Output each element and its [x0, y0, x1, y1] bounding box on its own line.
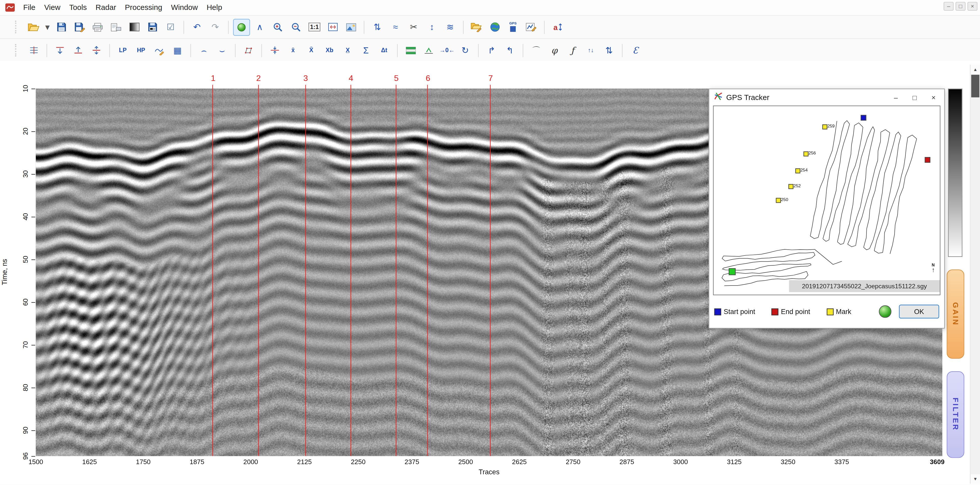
subtract-mean-button[interactable]: X̄ — [303, 42, 320, 59]
open-dropdown-button[interactable]: ▾ — [43, 19, 51, 36]
gps-button[interactable]: GPS▦ — [504, 19, 522, 36]
gps-locate-button[interactable] — [879, 305, 891, 318]
filter-button[interactable]: FILTER — [947, 371, 964, 458]
fit-window-button[interactable] — [324, 19, 341, 36]
align-both-button[interactable] — [88, 42, 105, 59]
polygon-select-button[interactable] — [240, 42, 257, 59]
trace-marker-4[interactable]: 4 — [350, 85, 351, 456]
undo-button[interactable]: ↶ — [189, 19, 205, 36]
shift-left-button[interactable]: ↰ — [501, 42, 519, 59]
save-as-button[interactable] — [71, 19, 88, 36]
trace-marker-label: 5 — [394, 73, 399, 83]
gps-minimize-button[interactable]: – — [886, 90, 905, 104]
options-button[interactable]: ☑ — [162, 19, 179, 36]
dc-removal-button[interactable]: X̲ — [339, 42, 356, 59]
y-tick-label: 60 — [21, 299, 29, 306]
ok-button[interactable]: OK — [899, 305, 939, 318]
image-view-button[interactable] — [342, 19, 360, 36]
zoom-out-button[interactable] — [288, 19, 305, 36]
minimize-button[interactable]: – — [943, 2, 953, 11]
toolbar-grip[interactable] — [15, 44, 19, 57]
save-button[interactable] — [52, 19, 70, 36]
redo-button[interactable]: ↷ — [207, 19, 224, 36]
arrows-vertical-icon: ↕ — [430, 23, 434, 32]
time-zero-button[interactable] — [25, 42, 42, 59]
smooth-up-button[interactable]: ⌣ — [213, 42, 231, 59]
print-preview-button[interactable] — [107, 19, 124, 36]
vertical-scrollbar[interactable]: ▲ ▼ — [970, 65, 980, 484]
highpass-filter-button[interactable]: HP — [133, 42, 150, 59]
zoom-in-button[interactable] — [269, 19, 286, 36]
palette-button[interactable] — [126, 19, 143, 36]
frequency-button[interactable]: ƒ — [564, 42, 581, 59]
gain-function-button[interactable] — [402, 42, 419, 59]
plot-edit-button[interactable] — [523, 19, 540, 36]
scroll-down-arrow[interactable]: ▼ — [970, 474, 980, 484]
gps-title-bar[interactable]: GPS Tracker –□× — [709, 89, 944, 106]
globe-button[interactable] — [486, 19, 503, 36]
menu-item-help[interactable]: Help — [202, 3, 227, 12]
point-mode-button[interactable] — [233, 19, 250, 36]
toolbar-grip[interactable] — [15, 21, 19, 33]
median-filter-button[interactable] — [151, 42, 168, 59]
menu-item-radar[interactable]: Radar — [91, 3, 120, 12]
cut-button[interactable]: ✂ — [405, 19, 422, 36]
mean-trace-button[interactable]: x̄ — [285, 42, 302, 59]
close-button[interactable]: × — [967, 2, 977, 11]
align-down-button[interactable] — [51, 42, 68, 59]
grayscale-palette-bar[interactable] — [948, 89, 963, 257]
checkbox-icon: ☑ — [167, 23, 175, 32]
wiggle-mode-button[interactable]: ∧ — [251, 19, 268, 36]
zoom-1to1-button[interactable]: 1:1 — [306, 19, 323, 36]
save-image-button[interactable] — [144, 19, 161, 36]
trace-marker-6[interactable]: 6 — [428, 85, 428, 456]
trace-marker-3[interactable]: 3 — [305, 85, 305, 456]
edit-file-button[interactable] — [468, 19, 485, 36]
dt-correction-button[interactable]: Δt — [375, 42, 393, 59]
peak-align-button[interactable] — [420, 42, 437, 59]
trace-marker-5[interactable]: 5 — [396, 85, 396, 456]
trace-marker-2[interactable]: 2 — [258, 85, 258, 456]
font-button[interactable]: a — [549, 19, 566, 36]
gps-close-button[interactable]: × — [924, 90, 943, 104]
font-size-icon: a — [552, 22, 563, 32]
despike-button[interactable] — [266, 42, 283, 59]
menu-item-file[interactable]: File — [19, 3, 40, 12]
menu-item-processing[interactable]: Processing — [121, 3, 167, 12]
zero-offset-button[interactable]: →0← — [439, 42, 455, 59]
open-button[interactable] — [25, 19, 42, 36]
matrix-filter-button[interactable]: ▦ — [169, 42, 186, 59]
align-up-button[interactable] — [70, 42, 87, 59]
menu-item-view[interactable]: View — [40, 3, 65, 12]
trace-marker-label: 3 — [303, 73, 308, 83]
zoom-out-icon — [291, 22, 302, 32]
shift-right-button[interactable]: ↱ — [483, 42, 500, 59]
script-button[interactable]: Ɛ — [627, 42, 644, 59]
trace-swap-button[interactable]: ⇅ — [369, 19, 386, 36]
trace-marker-1[interactable]: 1 — [213, 85, 213, 456]
stretch-vertical-button[interactable]: ↕ — [423, 19, 441, 36]
trace-marker-7[interactable]: 7 — [490, 85, 490, 456]
stacking-button[interactable]: Σ — [358, 42, 375, 59]
scroll-up-arrow[interactable]: ▲ — [970, 65, 980, 74]
print-button[interactable] — [89, 19, 107, 36]
lowpass-filter-button[interactable]: LP — [114, 42, 131, 59]
restore-button[interactable]: □ — [956, 2, 966, 11]
phase-rotate-button[interactable]: ↻ — [457, 42, 474, 59]
toolbar-separator — [463, 21, 463, 33]
smooth-down-button[interactable]: ⌢ — [196, 42, 213, 59]
scrollbar-thumb[interactable] — [971, 75, 979, 97]
background-removal-button[interactable]: Xb — [321, 42, 338, 59]
wave-view-button[interactable]: ≈ — [387, 19, 404, 36]
background-removal-icon: Xb — [326, 47, 333, 53]
gain-button[interactable]: GAIN — [947, 269, 964, 359]
expand-traces-button[interactable]: ⇅ — [601, 42, 617, 59]
gps-maximize-button[interactable]: □ — [905, 90, 924, 104]
compress-traces-button[interactable]: ↑↓ — [582, 42, 599, 59]
menu-item-tools[interactable]: Tools — [65, 3, 91, 12]
smoothing-button[interactable]: ≋ — [442, 19, 458, 36]
gps-map[interactable]: N↑ 20191207173455022_Joepcasus151122.sgy… — [713, 106, 940, 296]
menu-item-window[interactable]: Window — [167, 3, 202, 12]
phase-button[interactable]: φ — [546, 42, 563, 59]
envelope-button[interactable]: ⌒ — [528, 42, 545, 59]
